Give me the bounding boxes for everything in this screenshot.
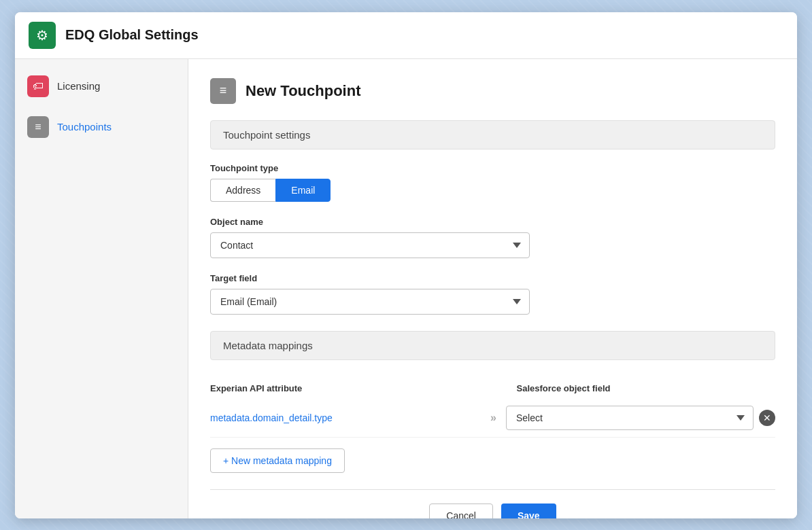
object-name-select[interactable]: Contact Lead Account xyxy=(210,232,530,258)
save-button[interactable]: Save xyxy=(501,504,556,518)
app-body: 🏷 Licensing ≡ Touchpoints ≡ New Touchpoi… xyxy=(15,59,797,518)
metadata-row: metadata.domain_detail.type » Select ✕ xyxy=(210,399,775,438)
arrow-icon: » xyxy=(490,412,495,424)
metadata-column-headers: Experian API attribute Salesforce object… xyxy=(210,374,775,399)
metadata-mappings-section: Metadata mappings Experian API attribute… xyxy=(210,331,775,473)
sidebar-item-licensing[interactable]: 🏷 Licensing xyxy=(15,66,188,107)
sidebar-item-licensing-label: Licensing xyxy=(57,80,100,92)
sf-field-select[interactable]: Select xyxy=(506,406,754,430)
touchpoints-icon: ≡ xyxy=(27,116,49,138)
metadata-mappings-header: Metadata mappings xyxy=(210,331,775,360)
app-title: EDQ Global Settings xyxy=(65,27,199,43)
address-toggle-btn[interactable]: Address xyxy=(210,179,275,202)
col-sf-header: Salesforce object field xyxy=(517,383,776,393)
object-name-group: Object name Contact Lead Account xyxy=(210,217,775,258)
touchpoint-type-group: Touchpoint type Address Email xyxy=(210,163,775,202)
app-header: ⚙ EDQ Global Settings xyxy=(15,12,797,59)
cancel-button[interactable]: Cancel xyxy=(429,504,493,518)
object-name-label: Object name xyxy=(210,217,775,227)
touchpoint-type-label: Touchpoint type xyxy=(210,163,775,173)
main-content: ≡ New Touchpoint Touchpoint settings Tou… xyxy=(188,59,797,518)
page-header-icon: ≡ xyxy=(210,78,236,104)
email-toggle-btn[interactable]: Email xyxy=(275,179,331,202)
app-logo-icon: ⚙ xyxy=(29,22,56,49)
api-attribute-value[interactable]: metadata.domain_detail.type xyxy=(210,412,479,423)
target-field-select[interactable]: Email (Email) Phone (Phone) xyxy=(210,289,530,315)
sidebar-item-touchpoints[interactable]: ≡ Touchpoints xyxy=(15,107,188,147)
page-header: ≡ New Touchpoint xyxy=(210,78,775,104)
sidebar: 🏷 Licensing ≡ Touchpoints xyxy=(15,59,188,518)
target-field-group: Target field Email (Email) Phone (Phone) xyxy=(210,273,775,315)
sf-field-wrap: Select ✕ xyxy=(506,406,775,430)
sidebar-item-touchpoints-label: Touchpoints xyxy=(57,121,112,132)
col-api-header: Experian API attribute xyxy=(210,383,469,393)
page-title: New Touchpoint xyxy=(246,82,360,100)
touchpoint-settings-header: Touchpoint settings xyxy=(210,120,775,149)
app-window: ⚙ EDQ Global Settings 🏷 Licensing ≡ Touc… xyxy=(15,12,797,518)
licensing-icon: 🏷 xyxy=(27,75,49,97)
target-field-label: Target field xyxy=(210,273,775,283)
touchpoint-type-toggle: Address Email xyxy=(210,179,775,202)
remove-mapping-btn[interactable]: ✕ xyxy=(759,410,775,426)
add-metadata-mapping-btn[interactable]: + New metadata mapping xyxy=(210,448,345,473)
footer-actions: Cancel Save xyxy=(210,489,775,518)
